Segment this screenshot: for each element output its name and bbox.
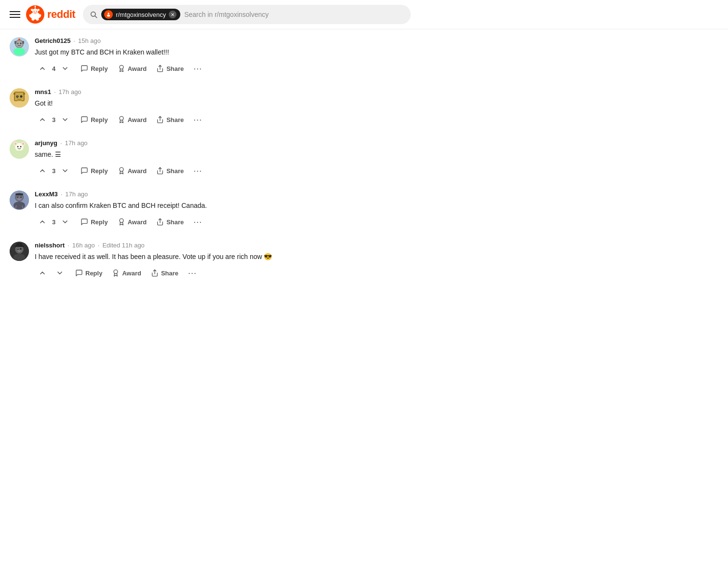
reply-button[interactable]: Reply [77, 114, 111, 125]
username[interactable]: mns1 [35, 88, 51, 95]
upvote-button[interactable] [35, 114, 50, 125]
reply-icon [81, 218, 88, 226]
downvote-button[interactable] [57, 165, 73, 177]
vote-group: 3 [35, 114, 73, 125]
comment-body: nielsshort · 16h ago ·Edited 11h ago I h… [35, 242, 424, 279]
svg-point-43 [17, 146, 19, 148]
share-button[interactable]: Share [147, 267, 182, 279]
comment-actions: 4 Reply Award [35, 62, 424, 75]
upvote-button[interactable] [35, 216, 50, 228]
timestamp: 17h ago [65, 139, 88, 147]
reply-button[interactable]: Reply [77, 165, 111, 177]
downvote-button[interactable] [57, 63, 73, 74]
share-button[interactable]: Share [152, 216, 188, 228]
award-button[interactable]: Award [114, 216, 151, 228]
comment-text: same. ☰ [35, 150, 424, 160]
award-icon [118, 116, 125, 123]
separator-dot: · [67, 242, 69, 249]
upvote-icon [39, 218, 46, 226]
reddit-logo-link[interactable]: reddit [26, 5, 75, 24]
avatar [10, 191, 29, 210]
reply-icon [81, 116, 88, 123]
award-icon [118, 65, 125, 72]
more-options-button[interactable]: ··· [189, 216, 206, 228]
svg-point-4 [36, 11, 37, 12]
downvote-button[interactable] [57, 114, 73, 125]
vote-group: 3 [35, 216, 73, 228]
svg-point-6 [37, 9, 40, 11]
separator-dot: · [61, 191, 63, 198]
comment-meta: mns1 · 17h ago [35, 88, 424, 95]
comment-body: arjunyg · 17h ago same. ☰ 3 [35, 139, 424, 177]
downvote-button[interactable] [57, 216, 73, 228]
more-options-button[interactable]: ··· [189, 164, 206, 177]
comment-text: Just got my BTC and BCH in Kraken wallet… [35, 47, 424, 57]
vote-count: 3 [52, 167, 55, 175]
comment-text: I can also confirm Kraken BTC and BCH re… [35, 201, 424, 211]
svg-rect-35 [13, 93, 15, 95]
award-icon [112, 269, 120, 277]
comment-item: nielsshort · 16h ago ·Edited 11h ago I h… [10, 242, 424, 279]
reply-button[interactable]: Reply [77, 216, 111, 228]
upvote-icon [39, 65, 46, 72]
award-button[interactable]: Award [114, 63, 151, 74]
comment-actions: 3 Reply Award [35, 216, 424, 228]
upvote-icon [39, 167, 46, 175]
svg-point-37 [13, 101, 25, 108]
svg-rect-25 [22, 41, 24, 44]
svg-point-20 [16, 41, 23, 47]
share-button[interactable]: Share [152, 63, 188, 74]
search-bar[interactable]: r/mtgoxinsolvency ✕ Search in r/mtgoxins… [83, 5, 411, 24]
header-left: reddit [10, 5, 75, 24]
avatar [10, 242, 29, 261]
username[interactable]: nielsshort [35, 242, 65, 249]
share-icon [156, 116, 164, 123]
subreddit-pill[interactable]: r/mtgoxinsolvency ✕ [101, 9, 180, 20]
svg-line-14 [95, 16, 97, 18]
upvote-icon [39, 269, 46, 277]
upvote-button[interactable] [35, 165, 50, 177]
downvote-icon [61, 65, 69, 72]
username[interactable]: arjunyg [35, 139, 57, 147]
username[interactable]: Getrich0125 [35, 37, 70, 44]
reply-button[interactable]: Reply [77, 63, 111, 74]
more-options-button[interactable]: ··· [189, 113, 206, 126]
comment-body: Getrich0125 · 15h ago Just got my BTC an… [35, 37, 424, 75]
award-icon [118, 218, 125, 226]
vote-group [35, 267, 67, 279]
username[interactable]: LexxM3 [35, 191, 58, 198]
vote-count: 3 [52, 218, 55, 226]
award-button[interactable]: Award [108, 267, 145, 279]
award-button[interactable]: Award [114, 114, 151, 125]
award-button[interactable]: Award [114, 165, 151, 177]
separator-dot: · [60, 139, 62, 147]
svg-point-58 [21, 196, 21, 197]
svg-rect-67 [16, 243, 22, 246]
clear-subreddit-button[interactable]: ✕ [169, 11, 176, 18]
upvote-button[interactable] [35, 267, 50, 279]
share-button[interactable]: Share [152, 114, 188, 125]
comment-actions: 3 Reply Award [35, 113, 424, 126]
svg-point-48 [14, 143, 17, 145]
timestamp: 17h ago [65, 191, 88, 198]
comments-list: Getrich0125 · 15h ago Just got my BTC an… [0, 29, 434, 300]
comment-item: mns1 · 17h ago Got it! 3 [10, 88, 424, 126]
share-icon [151, 269, 159, 277]
separator-dot: · [54, 88, 56, 95]
avatar [10, 139, 29, 159]
comment-text: Got it! [35, 98, 424, 109]
svg-point-17 [107, 14, 110, 16]
reply-button[interactable]: Reply [71, 267, 106, 279]
share-button[interactable]: Share [152, 165, 188, 177]
search-placeholder: Search in r/mtgoxinsolvency [184, 11, 269, 18]
reply-icon [81, 65, 88, 72]
hamburger-menu[interactable] [10, 11, 20, 18]
upvote-button[interactable] [35, 63, 50, 74]
downvote-icon [56, 269, 64, 277]
more-options-button[interactable]: ··· [189, 62, 206, 75]
share-icon [156, 167, 164, 175]
svg-rect-59 [15, 193, 23, 195]
svg-point-15 [105, 11, 112, 18]
downvote-button[interactable] [52, 267, 67, 279]
more-options-button[interactable]: ··· [184, 267, 201, 279]
